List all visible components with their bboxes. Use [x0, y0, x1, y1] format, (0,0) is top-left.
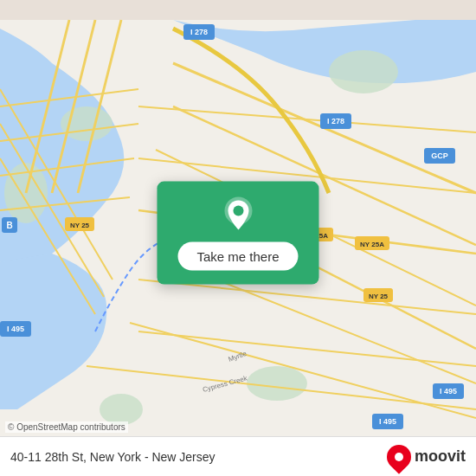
map-container: I 278 I 278 NY 25 NY 25 NY 25A NY 25A NY… — [0, 0, 476, 476]
take-me-there-button[interactable]: Take me there — [177, 242, 298, 271]
location-pin-icon — [219, 196, 257, 234]
svg-point-55 — [233, 206, 243, 216]
svg-text:NY 25: NY 25 — [369, 293, 389, 300]
svg-text:GCP: GCP — [431, 151, 448, 160]
svg-text:I 278: I 278 — [190, 28, 208, 36]
svg-point-1 — [329, 50, 398, 93]
svg-text:I 495: I 495 — [7, 325, 24, 333]
svg-text:NY 25: NY 25 — [70, 222, 90, 229]
attribution-text: © OpenStreetMap contributors — [8, 422, 125, 432]
take-me-there-card: Take me there — [157, 182, 318, 285]
svg-text:I 495: I 495 — [440, 387, 457, 396]
moovit-logo: moovit — [387, 445, 466, 469]
svg-text:NY 25A: NY 25A — [360, 241, 384, 248]
svg-text:I 495: I 495 — [379, 417, 396, 426]
svg-text:B: B — [6, 221, 12, 230]
address-label: 40-11 28th St, New York - New Jersey — [10, 450, 215, 464]
bottom-bar: 40-11 28th St, New York - New Jersey moo… — [0, 436, 476, 476]
svg-text:I 278: I 278 — [327, 117, 344, 125]
svg-point-5 — [100, 394, 143, 425]
map-attribution: © OpenStreetMap contributors — [5, 421, 128, 433]
moovit-logo-text: moovit — [415, 447, 466, 466]
svg-point-4 — [247, 366, 307, 401]
moovit-logo-icon — [382, 440, 416, 474]
